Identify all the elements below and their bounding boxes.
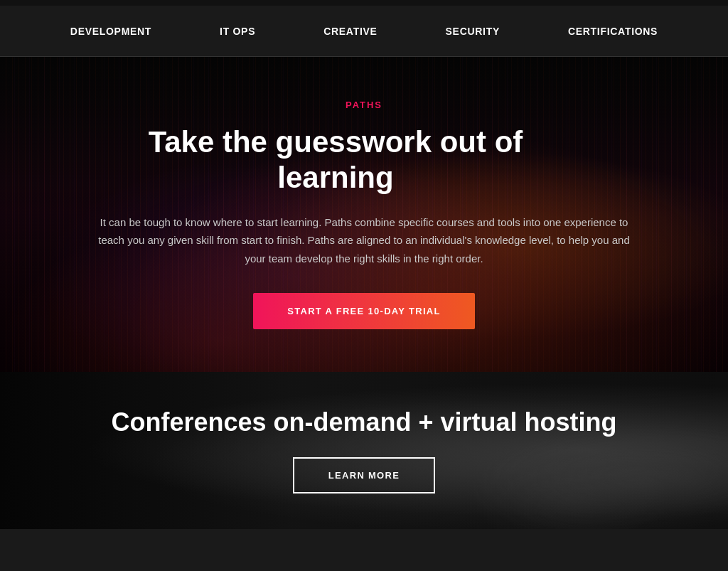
nav-item-certifications[interactable]: CERTIFICATIONS <box>534 26 692 37</box>
learn-more-button[interactable]: LEARN MORE <box>293 457 435 493</box>
nav-item-it-ops[interactable]: IT OPS <box>186 26 289 37</box>
nav-item-creative[interactable]: CREATIVE <box>289 26 411 37</box>
conferences-title: Conferences on-demand + virtual hosting <box>111 407 616 437</box>
paths-title: Take the guesswork out of learning <box>87 124 584 196</box>
paths-description: It can be tough to know where to start l… <box>87 213 641 268</box>
conferences-section: Conferences on-demand + virtual hosting … <box>0 372 728 529</box>
conferences-content: Conferences on-demand + virtual hosting … <box>111 407 616 493</box>
main-navigation: DEVELOPMENT IT OPS CREATIVE SECURITY CER… <box>0 6 728 57</box>
bottom-section: Save time by learning the right skills i… <box>0 529 728 571</box>
paths-section: PATHS Take the guesswork out of learning… <box>0 57 728 372</box>
nav-item-development[interactable]: DEVELOPMENT <box>36 26 186 37</box>
top-bar <box>0 0 728 6</box>
trial-button[interactable]: START A FREE 10-DAY TRIAL <box>253 293 474 329</box>
nav-item-security[interactable]: SECURITY <box>412 26 534 37</box>
paths-label: PATHS <box>87 100 641 110</box>
paths-content: PATHS Take the guesswork out of learning… <box>87 100 641 329</box>
